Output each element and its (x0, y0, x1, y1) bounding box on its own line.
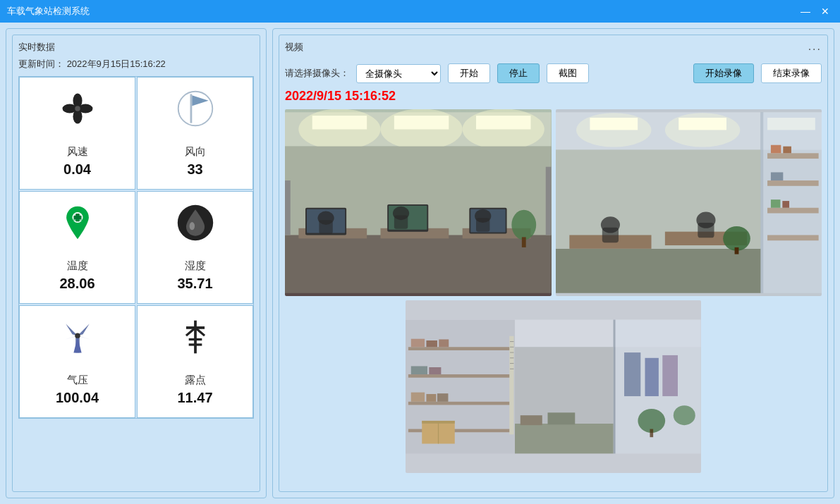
svg-point-31 (381, 109, 463, 149)
video-grid-top (285, 109, 822, 296)
svg-rect-92 (427, 340, 438, 347)
camera-feed-2 (556, 109, 822, 296)
wind-speed-label: 风速 (67, 145, 88, 159)
svg-rect-53 (546, 167, 552, 235)
svg-rect-68 (770, 172, 782, 180)
humidity-icon (176, 203, 215, 254)
camera-select[interactable]: 全摄像头 (356, 64, 441, 83)
start-button[interactable]: 开始 (448, 63, 490, 83)
svg-point-115 (674, 405, 695, 425)
end-record-button[interactable]: 结束录像 (761, 63, 822, 83)
stop-button[interactable]: 停止 (497, 63, 540, 83)
svg-rect-62 (767, 153, 819, 159)
svg-point-32 (463, 109, 544, 149)
app-title: 车载气象站检测系统 (7, 5, 90, 18)
svg-rect-84 (614, 320, 616, 454)
svg-rect-33 (285, 235, 552, 293)
svg-rect-64 (767, 208, 819, 214)
wind-speed-value: 0.04 (63, 161, 91, 178)
wind-dir-label: 风向 (185, 145, 206, 159)
video-timestamp: 2022/9/15 15:16:52 (285, 89, 822, 104)
svg-rect-69 (770, 199, 780, 208)
svg-point-79 (723, 226, 750, 251)
wind-dir-value: 33 (187, 161, 202, 178)
svg-rect-112 (548, 412, 576, 424)
sensor-humidity: 湿度 35.71 (137, 191, 253, 304)
svg-point-19 (75, 333, 80, 338)
svg-rect-63 (767, 180, 819, 186)
svg-rect-67 (783, 147, 791, 154)
svg-rect-76 (602, 228, 618, 242)
windmill-icon (58, 317, 97, 368)
svg-rect-70 (782, 201, 789, 208)
realtime-panel: 实时数据 更新时间： 2022年9月15日15:16:22 (6, 28, 267, 498)
svg-point-30 (298, 109, 380, 149)
realtime-section-title: 实时数据 (18, 41, 254, 54)
video-controls: 请选择摄像头： 全摄像头 开始 停止 截图 开始录像 结束录像 (285, 63, 822, 83)
svg-rect-116 (624, 352, 640, 396)
screenshot-button[interactable]: 截图 (547, 63, 589, 83)
svg-rect-98 (437, 393, 449, 402)
temperature-value: 28.06 (59, 276, 95, 292)
dewpoint-label: 露点 (185, 374, 206, 387)
dewpoint-icon (176, 317, 215, 368)
svg-rect-93 (439, 339, 449, 347)
main-content: 实时数据 更新时间： 2022年9月15日15:16:22 (0, 23, 840, 504)
camera-feed-1 (285, 109, 552, 296)
temperature-label: 温度 (67, 259, 88, 273)
sensor-dewpoint: 露点 11.47 (137, 305, 253, 418)
svg-rect-87 (408, 347, 512, 350)
svg-rect-80 (734, 247, 738, 254)
svg-rect-118 (663, 355, 678, 396)
fan-icon (58, 89, 97, 140)
title-bar: 车载气象站检测系统 — ✕ (0, 0, 840, 23)
svg-rect-9 (73, 216, 81, 220)
minimize-button[interactable]: — (798, 4, 813, 19)
svg-rect-47 (394, 215, 408, 228)
svg-rect-20 (194, 321, 197, 354)
svg-marker-14 (73, 337, 81, 352)
start-record-button[interactable]: 开始录像 (693, 63, 754, 83)
humidity-value: 35.71 (177, 276, 212, 292)
svg-rect-65 (767, 235, 819, 240)
svg-rect-88 (408, 374, 512, 378)
svg-rect-89 (408, 402, 512, 405)
svg-rect-71 (556, 249, 760, 293)
svg-rect-78 (698, 223, 714, 238)
camera-feed-3 (406, 300, 701, 473)
thermometer-icon (58, 203, 97, 254)
svg-rect-94 (411, 366, 427, 374)
sensor-wind-speed: 风速 0.04 (19, 77, 135, 190)
svg-point-12 (189, 222, 194, 230)
svg-rect-91 (411, 339, 425, 348)
svg-rect-111 (521, 415, 542, 425)
svg-rect-66 (770, 145, 781, 154)
svg-rect-96 (411, 393, 425, 402)
pressure-value: 100.04 (56, 390, 99, 406)
update-time: 更新时间： 2022年9月15日15:16:22 (18, 58, 254, 70)
svg-rect-109 (515, 424, 614, 454)
svg-rect-110 (515, 347, 614, 424)
video-grid-bottom (285, 300, 822, 473)
svg-point-3 (62, 104, 77, 113)
pressure-label: 气压 (67, 374, 88, 387)
svg-rect-52 (285, 180, 291, 235)
title-bar-buttons: — ✕ (798, 4, 833, 19)
svg-rect-117 (645, 358, 659, 396)
svg-rect-25 (188, 343, 202, 345)
svg-rect-24 (188, 338, 202, 340)
sensor-temperature: 温度 28.06 (19, 191, 135, 304)
sensor-pressure: 气压 100.04 (19, 305, 135, 418)
svg-rect-114 (650, 429, 654, 438)
sensor-wind-dir: 风向 33 (137, 77, 253, 190)
svg-rect-49 (476, 218, 489, 231)
close-button[interactable]: ✕ (817, 4, 833, 19)
flag-icon (176, 89, 215, 140)
svg-rect-61 (760, 112, 822, 293)
svg-point-59 (664, 113, 739, 147)
svg-rect-51 (522, 237, 526, 247)
svg-rect-5 (190, 94, 192, 123)
video-panel: 视频 ··· 请选择摄像头： 全摄像头 开始 停止 截图 开始录像 结束录像 2… (272, 28, 834, 498)
dewpoint-value: 11.47 (177, 390, 212, 406)
svg-rect-10 (72, 219, 83, 221)
